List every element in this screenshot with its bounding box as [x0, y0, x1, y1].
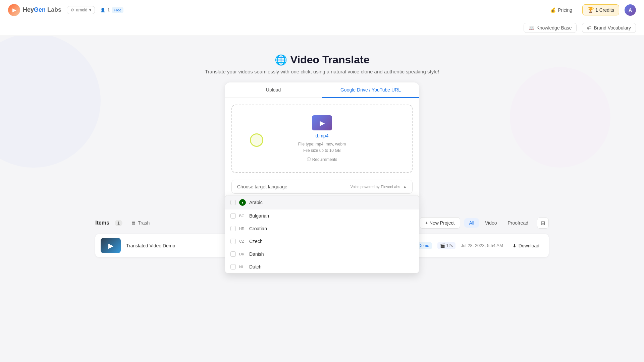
pricing-label: Pricing: [558, 7, 572, 13]
lang-checkbox-croatian[interactable]: [230, 226, 236, 231]
requirements-label: Requirements: [312, 157, 337, 162]
filter-tab-video[interactable]: Video: [480, 218, 502, 228]
lang-name-danish: Danish: [249, 251, 264, 257]
play-icon: ▶: [320, 119, 325, 127]
user-name: arnold: [76, 8, 87, 12]
lang-checkbox-czech[interactable]: [230, 239, 236, 244]
credits-button[interactable]: 🏆 1 Credits: [582, 4, 619, 15]
chevron-down-icon: ▾: [89, 8, 91, 12]
lang-name-czech: Czech: [249, 239, 263, 244]
lang-item-czech[interactable]: CZ Czech: [225, 235, 419, 248]
book-icon: 📖: [529, 25, 534, 31]
translate-icon: 🌐: [275, 54, 287, 66]
brand-icon: 🏷: [587, 25, 592, 31]
elevenlabs-badge: Voice powered by ElevenLabs: [351, 185, 400, 189]
chevron-up-icon: ▲: [403, 184, 407, 189]
main-content: 🌐 Video Translate Translate your videos …: [0, 40, 644, 270]
new-project-label: + New Project: [425, 220, 455, 226]
free-badge: Free: [112, 7, 123, 13]
grid-icon: ⊞: [541, 220, 545, 226]
page-title-text: Video Translate: [290, 54, 370, 66]
new-project-button[interactable]: + New Project: [420, 217, 461, 229]
user-section[interactable]: ⚙ arnold ▾: [67, 6, 95, 14]
elevenlabs-text: ElevenLabs: [381, 185, 400, 189]
trash-icon: 🗑: [131, 220, 136, 226]
tab-gdrive[interactable]: Google Drive / YouTube URL: [322, 82, 419, 98]
language-select[interactable]: Choose target language Voice powered by …: [231, 180, 413, 194]
logo-text: HeyGen Labs: [23, 6, 61, 13]
filter-tab-all[interactable]: All: [464, 218, 479, 228]
lang-item-bulgarian[interactable]: BG Bulgarian: [225, 209, 419, 222]
lang-code-hr: HR: [239, 227, 246, 231]
knowledge-base-label: Knowledge Base: [536, 25, 572, 31]
video-thumb-icon: ▶: [108, 242, 113, 250]
info-icon: ⓘ: [307, 157, 311, 162]
language-select-left: Choose target language: [237, 184, 287, 189]
voice-powered-text: Voice powered by: [351, 185, 380, 189]
page-title-section: 🌐 Video Translate Translate your videos …: [205, 54, 439, 74]
duration-text: 12s: [446, 243, 453, 248]
lang-name-dutch: Dutch: [249, 264, 262, 269]
lang-name-arabic: Arabic: [249, 200, 263, 205]
lang-checkbox-danish[interactable]: [230, 251, 236, 257]
language-placeholder: Choose target language: [237, 184, 287, 189]
user-count-icon: 👤: [100, 8, 105, 12]
trash-button[interactable]: 🗑 Trash: [128, 219, 153, 227]
logo-hey: Hey: [23, 6, 34, 13]
items-title: Items: [95, 220, 109, 226]
logo-icon: ▶: [8, 4, 20, 16]
header-right: 💰 Pricing 🏆 1 Credits A: [545, 4, 636, 16]
duration-badge: 🎬 12s: [437, 242, 455, 249]
items-count: 1: [115, 220, 122, 226]
lang-name-bulgarian: Bulgarian: [249, 213, 269, 219]
language-select-right: Voice powered by ElevenLabs ▲: [351, 184, 407, 189]
page-title: 🌐 Video Translate: [205, 54, 439, 66]
page-subtitle: Translate your videos seamlessly with on…: [205, 69, 439, 74]
lang-item-arabic[interactable]: ● Arabic: [225, 195, 419, 209]
lang-item-croatian[interactable]: HR Croatian: [225, 222, 419, 235]
user-icon: ⚙: [70, 8, 74, 12]
pricing-button[interactable]: 💰 Pricing: [545, 5, 577, 15]
duration-icon: 🎬: [440, 243, 445, 248]
lang-checkbox-bulgarian[interactable]: [230, 213, 236, 219]
sub-header: 📖 Knowledge Base 🏷 Brand Vocabulary: [0, 20, 644, 36]
credits-label: 1 Credits: [595, 7, 614, 13]
download-button[interactable]: ⬇ Download: [508, 241, 543, 250]
brand-vocabulary-button[interactable]: 🏷 Brand Vocabulary: [582, 23, 636, 33]
items-bar-left: Items 1 🗑 Trash: [95, 219, 153, 227]
knowledge-base-button[interactable]: 📖 Knowledge Base: [524, 23, 577, 33]
items-bar-right: + New Project All Video Proofread ⊞: [420, 217, 549, 229]
grid-view-button[interactable]: ⊞: [537, 218, 549, 229]
upload-area[interactable]: ▶ d.mp4 File type: mp4, mov, webm File s…: [231, 105, 413, 173]
language-dropdown: ● Arabic BG Bulgarian HR Croatian CZ Cze…: [225, 195, 419, 274]
avatar[interactable]: A: [625, 4, 636, 16]
pricing-icon: 💰: [550, 7, 556, 13]
header-left: ▶ HeyGen Labs ⚙ arnold ▾ 👤 1 Free: [8, 4, 123, 16]
lang-item-dutch[interactable]: NL Dutch: [225, 260, 419, 273]
timestamp: Jul 28, 2023, 5:54 AM: [461, 243, 503, 248]
lang-code-bg: BG: [239, 214, 246, 218]
logo[interactable]: ▶ HeyGen Labs: [8, 4, 61, 16]
file-name: d.mp4: [316, 133, 329, 138]
lang-code-nl: NL: [239, 265, 246, 269]
user-free-info: 👤 1 Free: [100, 7, 123, 13]
video-thumbnail: ▶: [101, 238, 121, 253]
video-meta: Demo 🎬 12s Jul 28, 2023, 5:54 AM: [416, 242, 503, 249]
brand-vocabulary-label: Brand Vocabulary: [594, 25, 631, 31]
requirements-button[interactable]: ⓘ Requirements: [307, 157, 337, 162]
lang-checkbox-dutch[interactable]: [230, 264, 236, 269]
lang-code-cz: CZ: [239, 239, 246, 243]
user-count: 1: [107, 8, 110, 12]
filter-tabs: All Video Proofread: [464, 218, 533, 228]
tab-upload[interactable]: Upload: [225, 82, 322, 98]
file-types: File type: mp4, mov, webm: [298, 141, 346, 147]
filter-tab-proofread[interactable]: Proofread: [503, 218, 533, 228]
upload-card: Upload Google Drive / YouTube URL ▶ d.mp…: [225, 82, 419, 200]
credits-icon: 🏆: [587, 7, 594, 13]
lang-checkbox-arabic[interactable]: [230, 200, 236, 205]
file-size: File size up to 10 GB: [303, 147, 340, 154]
lang-flag-arabic: ●: [239, 199, 246, 206]
lang-item-danish[interactable]: DK Danish: [225, 248, 419, 260]
lang-name-croatian: Croatian: [249, 226, 267, 231]
user-badge: ⚙ arnold ▾: [70, 8, 91, 12]
